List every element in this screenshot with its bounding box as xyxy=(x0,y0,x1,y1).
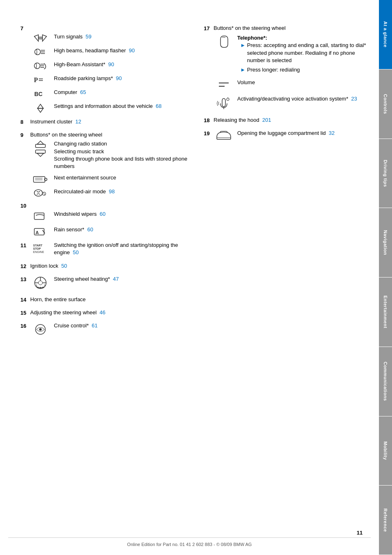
telephone-icon xyxy=(214,34,234,49)
sidebar-tabs: At a glance Controls Driving tips Naviga… xyxy=(379,0,392,555)
item-16-text: Cruise control* 61 xyxy=(54,322,187,329)
svg-rect-20 xyxy=(33,177,45,182)
item-18-page[interactable]: 201 xyxy=(262,117,271,123)
item-18-text: Releasing the hood 201 xyxy=(214,116,371,124)
telephone-bullet-2-text: Press longer: redialing xyxy=(247,66,300,74)
item-8-number: 8 xyxy=(20,119,29,125)
two-column-layout: 7 Turn signals 59 xyxy=(0,0,379,530)
svg-rect-17 xyxy=(36,144,45,148)
item-14-text: Horn, the entire surface xyxy=(30,296,187,303)
sidebar-tab-mobility[interactable]: Mobility xyxy=(379,416,392,486)
item-11-text: Switching the ignition on/off and starti… xyxy=(54,242,187,256)
svg-text:ENGINE: ENGINE xyxy=(33,251,44,253)
item-13-text: Steering wheel heating* 47 xyxy=(54,275,187,283)
sidebar: At a glance Controls Driving tips Naviga… xyxy=(379,0,392,555)
telephone-bullet-1: ▶ Press: accepting and ending a call, st… xyxy=(241,42,371,64)
item-17-telephone-text: Telephone*: ▶ Press: accepting and endin… xyxy=(237,34,371,76)
item-13-page[interactable]: 47 xyxy=(113,276,119,282)
item-7d-page[interactable]: 90 xyxy=(116,75,122,81)
svg-point-24 xyxy=(34,190,42,196)
volume-icon xyxy=(214,79,234,90)
item-14-number: 14 xyxy=(20,297,29,303)
item-9b-text: Next entertainment source xyxy=(54,174,187,181)
sidebar-tab-navigation[interactable]: Navigation xyxy=(379,208,392,278)
item-16-page[interactable]: 61 xyxy=(92,322,98,329)
item-7c: High-Beam Assistant* 90 xyxy=(30,61,187,71)
windshield-wipers-icon xyxy=(30,210,51,222)
item-7c-page[interactable]: 90 xyxy=(108,61,114,67)
item-17-voice-page[interactable]: 23 xyxy=(351,96,357,102)
item-7f: Settings and information about the vehic… xyxy=(30,103,187,114)
item-7d: P Roadside parking lamps* 90 xyxy=(30,75,187,85)
item-10b-text: Rain sensor* 60 xyxy=(54,226,187,233)
item-7e: BC Computer 65 xyxy=(30,89,187,98)
item-17-voice: Activating/deactivating voice activation… xyxy=(214,95,371,110)
parking-lamps-icon: P xyxy=(30,75,51,85)
item-11: 11 START STOP ENGINE Switching the ignit… xyxy=(20,242,187,256)
item-9a-text: Changing radio station Selecting music t… xyxy=(54,140,187,170)
svg-text:STOP: STOP xyxy=(33,247,41,250)
item-18: 18 Releasing the hood 201 xyxy=(204,116,371,124)
item-15-page[interactable]: 46 xyxy=(100,309,105,316)
svg-point-35 xyxy=(38,281,42,285)
content-area: 7 Turn signals 59 xyxy=(0,0,379,555)
item-12-number: 12 xyxy=(20,263,29,269)
sidebar-tab-at-a-glance[interactable]: At a glance xyxy=(379,0,392,69)
footer-text: Online Edition for Part no. 01 41 2 602 … xyxy=(8,537,371,555)
item-9-header: Buttons* on the steering wheel xyxy=(30,131,187,139)
svg-text:START: START xyxy=(33,244,43,247)
item-10a: Windshield wipers 60 xyxy=(30,210,187,222)
item-17-voice-text: Activating/deactivating voice activation… xyxy=(237,95,371,103)
item-9c-page[interactable]: 98 xyxy=(109,188,114,195)
item-10b-page[interactable]: 60 xyxy=(87,226,93,233)
voice-activation-icon xyxy=(214,95,234,110)
svg-rect-27 xyxy=(34,213,44,219)
item-7-number: 7 xyxy=(20,25,29,31)
sidebar-tab-reference[interactable]: Reference xyxy=(379,486,392,555)
item-7: 7 Turn signals 59 xyxy=(20,25,187,114)
item-12-page[interactable]: 50 xyxy=(61,263,67,269)
item-7c-text: High-Beam Assistant* 90 xyxy=(54,61,187,68)
bullet-icon-1: ▶ xyxy=(241,43,245,48)
item-15: 15 Adjusting the steering wheel 46 xyxy=(20,309,187,316)
turn-signal-icon xyxy=(30,33,51,43)
item-7b-text: High beams, headlamp flasher 90 xyxy=(54,47,187,54)
item-8-page[interactable]: 12 xyxy=(76,119,81,125)
item-7a-page[interactable]: 59 xyxy=(86,34,91,40)
sidebar-tab-driving-tips[interactable]: Driving tips xyxy=(379,139,392,208)
item-17-volume: Volume xyxy=(214,79,371,90)
sidebar-tab-controls[interactable]: Controls xyxy=(379,69,392,139)
svg-line-26 xyxy=(43,192,45,195)
item-7d-text: Roadside parking lamps* 90 xyxy=(54,75,187,82)
svg-point-45 xyxy=(227,98,229,101)
item-10b: A Rain sensor* 60 xyxy=(30,226,187,237)
item-19-page[interactable]: 32 xyxy=(329,130,334,136)
item-7e-page[interactable]: 65 xyxy=(80,89,86,95)
svg-marker-14 xyxy=(38,104,43,108)
right-column: 17 Buttons* on the steering wheel xyxy=(204,25,371,521)
item-7a: Turn signals 59 xyxy=(30,33,187,43)
item-7b: High beams, headlamp flasher 90 xyxy=(30,47,187,57)
telephone-label: Telephone*: xyxy=(237,35,267,41)
item-7f-page[interactable]: 68 xyxy=(156,103,161,109)
svg-point-2 xyxy=(35,49,40,55)
item-11-page[interactable]: 50 xyxy=(73,249,78,255)
item-10: 10 Windshield wipers 60 xyxy=(20,202,187,237)
svg-text:P: P xyxy=(34,76,38,83)
svg-rect-18 xyxy=(36,150,45,153)
item-10a-page[interactable]: 60 xyxy=(100,211,105,217)
svg-point-41 xyxy=(39,328,42,331)
sidebar-tab-communications[interactable]: Communications xyxy=(379,347,392,416)
item-10a-text: Windshield wipers 60 xyxy=(54,210,187,218)
telephone-bullet-2: ▶ Press longer: redialing xyxy=(241,66,371,74)
sidebar-tab-entertainment[interactable]: Entertainment xyxy=(379,278,392,347)
item-8-text: Instrument cluster 12 xyxy=(30,118,187,125)
item-16: 16 Cruise control* 61 xyxy=(20,322,187,337)
start-stop-icon: START STOP ENGINE xyxy=(30,242,51,254)
item-7b-page[interactable]: 90 xyxy=(129,47,135,54)
item-9: 9 Buttons* on the steering wheel xyxy=(20,131,187,198)
recirculated-air-icon xyxy=(30,188,51,198)
item-17: 17 Buttons* on the steering wheel xyxy=(204,25,371,110)
item-12: 12 Ignition lock 50 xyxy=(20,262,187,270)
item-11-number: 11 xyxy=(20,242,29,248)
